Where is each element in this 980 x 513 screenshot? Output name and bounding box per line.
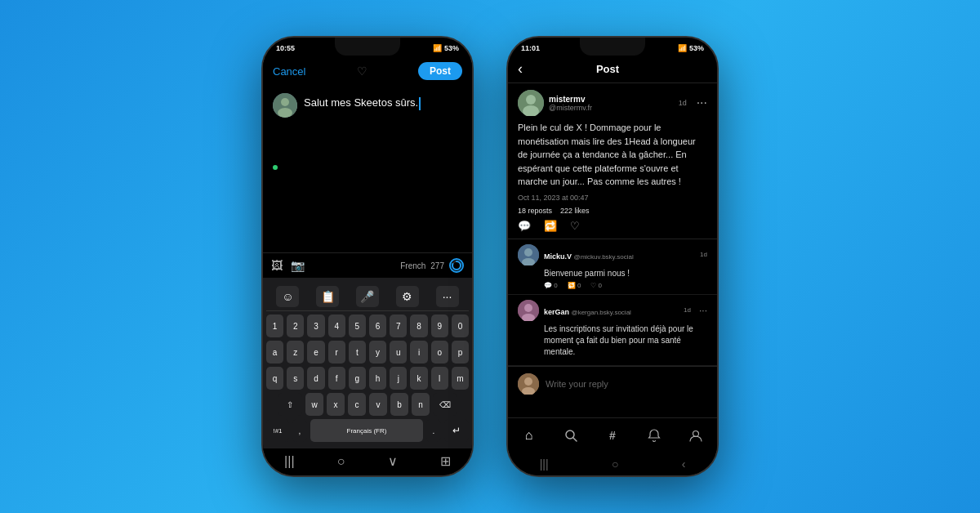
key-g[interactable]: g (349, 367, 366, 390)
key-3[interactable]: 3 (307, 314, 324, 337)
replies-section: Micku.V @mickuv.bsky.social 1d Bienvenue… (508, 239, 717, 418)
reply-2-more[interactable]: ··· (699, 305, 707, 316)
cancel-button[interactable]: Cancel (273, 65, 305, 78)
nav-home[interactable]: ⌂ (517, 423, 541, 448)
key-8[interactable]: 8 (410, 314, 427, 337)
post-more-button[interactable]: ··· (697, 96, 707, 110)
clipboard-key[interactable]: 📋 (316, 286, 339, 307)
reply-item-1: Micku.V @mickuv.bsky.social 1d Bienvenue… (508, 239, 717, 295)
keyboard[interactable]: ☺ 📋 🎤 ⚙ ··· 1 2 3 4 5 6 7 8 9 0 a (263, 278, 472, 448)
comma-key[interactable]: , (292, 419, 307, 442)
key-l[interactable]: l (431, 367, 448, 390)
reply-1-username: Micku.V (544, 252, 574, 261)
online-indicator (273, 165, 278, 170)
key-u[interactable]: u (390, 341, 407, 364)
reply-2-handle: @kergan.bsky.social (572, 309, 631, 316)
key-x[interactable]: x (327, 393, 345, 416)
key-5[interactable]: 5 (349, 314, 366, 337)
image-icon[interactable]: 🖼 (271, 259, 283, 272)
reply-1-avatar (518, 244, 539, 265)
key-y[interactable]: y (369, 341, 386, 364)
key-0[interactable]: 0 (452, 314, 469, 337)
reply-1-user-info: Micku.V @mickuv.bsky.social (544, 248, 634, 262)
key-4[interactable]: 4 (328, 314, 345, 337)
nav-bell[interactable] (642, 423, 666, 448)
gesture-home-2[interactable]: ○ (612, 457, 618, 471)
azerty-row-3: ⇧ w x c v b n ⌫ (266, 393, 469, 416)
more-key[interactable]: ··· (436, 286, 459, 307)
key-p[interactable]: p (452, 341, 469, 364)
shift-key[interactable]: ⇧ (278, 393, 302, 416)
post-button[interactable]: Post (418, 62, 462, 80)
status-bar-1: 10:55 📶 53% (263, 38, 472, 56)
phone-post-view: 11:01 📶 53% ‹ Post m (506, 36, 719, 477)
emoji-key[interactable]: ☺ (276, 286, 299, 307)
char-count: 277 (430, 261, 444, 270)
key-z[interactable]: z (287, 341, 304, 364)
period-key[interactable]: . (426, 419, 441, 442)
key-m[interactable]: m (452, 367, 469, 390)
key-r[interactable]: r (328, 341, 345, 364)
key-c[interactable]: c (348, 393, 366, 416)
key-k[interactable]: k (410, 367, 427, 390)
key-f[interactable]: f (328, 367, 345, 390)
key-n[interactable]: n (412, 393, 430, 416)
key-t[interactable]: t (349, 341, 366, 364)
key-2[interactable]: 2 (287, 314, 304, 337)
gesture-down[interactable]: ∨ (388, 453, 398, 469)
key-1[interactable]: 1 (266, 314, 283, 337)
write-reply-placeholder[interactable]: Write your reply (546, 379, 608, 389)
status-time-2: 11:01 (521, 44, 540, 52)
language-label: French (400, 261, 425, 270)
return-key[interactable]: ↵ (444, 419, 469, 442)
key-e[interactable]: e (307, 341, 324, 364)
space-key[interactable]: Français (FR) (310, 419, 423, 442)
nav-profile[interactable] (684, 423, 708, 448)
composer-avatar (273, 93, 297, 118)
key-j[interactable]: j (390, 367, 407, 390)
compose-toolbar: 🖼 📷 French 277 (263, 252, 472, 278)
write-reply-area[interactable]: Write your reply (508, 366, 717, 401)
key-a[interactable]: a (266, 341, 283, 364)
repost-count[interactable]: 18 reposts (518, 207, 552, 215)
key-o[interactable]: o (431, 341, 448, 364)
bottom-nav-2: ⌂ # (508, 417, 717, 454)
camera-icon[interactable]: 📷 (291, 259, 305, 272)
key-s[interactable]: s (287, 367, 304, 390)
gesture-back-2[interactable]: ‹ (682, 457, 686, 471)
key-9[interactable]: 9 (431, 314, 448, 337)
back-button[interactable]: ‹ (518, 60, 523, 78)
gear-key[interactable]: ⚙ (396, 286, 419, 307)
special-key[interactable]: !#1 (266, 419, 289, 442)
mic-key[interactable]: 🎤 (356, 286, 379, 307)
status-bar-2: 11:01 📶 53% (508, 38, 717, 56)
nav-hashtag[interactable]: # (600, 423, 625, 448)
like-count[interactable]: 222 likes (560, 207, 590, 215)
comment-action-icon[interactable]: 💬 (518, 220, 531, 232)
key-i[interactable]: i (410, 341, 427, 364)
compose-text-area[interactable]: Salut mes Skeetos sûrs. (304, 93, 462, 170)
key-h[interactable]: h (369, 367, 386, 390)
key-v[interactable]: v (369, 393, 387, 416)
repost-action-icon[interactable]: 🔁 (544, 220, 557, 232)
reply-1-repost[interactable]: 🔁 0 (568, 282, 581, 289)
post-time: 1d (679, 99, 687, 107)
key-d[interactable]: d (307, 367, 324, 390)
svg-point-15 (524, 377, 532, 386)
nav-search[interactable] (559, 423, 583, 448)
gesture-grid[interactable]: ⊞ (440, 453, 451, 469)
key-7[interactable]: 7 (390, 314, 407, 337)
progress-circle (449, 258, 464, 273)
reply-1-user-row: Micku.V @mickuv.bsky.social 1d (518, 244, 707, 265)
gesture-home[interactable]: ○ (337, 454, 345, 469)
key-q[interactable]: q (266, 367, 283, 390)
backspace-key[interactable]: ⌫ (433, 393, 457, 416)
bottom-gesture-bar-1: ||| ○ ∨ ⊞ (263, 448, 472, 475)
reply-1-comment[interactable]: 💬 0 (544, 282, 558, 289)
reply-2-user-row: kerGan @kergan.bsky.social 1d ··· (518, 300, 707, 321)
key-6[interactable]: 6 (369, 314, 386, 337)
like-action-icon[interactable]: ♡ (570, 220, 580, 232)
reply-1-like[interactable]: ♡ 0 (590, 282, 602, 289)
key-w[interactable]: w (305, 393, 323, 416)
key-b[interactable]: b (390, 393, 408, 416)
